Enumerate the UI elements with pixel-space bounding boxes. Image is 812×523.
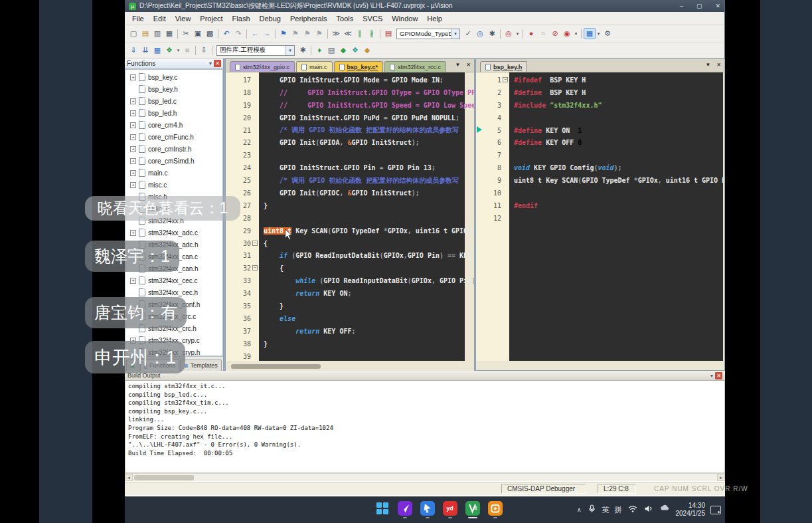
editor-tab-stm32f4xx-rcc-c[interactable]: stm32f4xx_rcc.c: [384, 61, 446, 72]
rebuild-all-button[interactable]: ▦: [151, 45, 163, 56]
restore-button[interactable]: ▢: [696, 3, 702, 9]
pack-installer-button[interactable]: ◆: [337, 45, 349, 56]
menu-help[interactable]: Help: [422, 13, 447, 24]
tree-item-core-cm4-h[interactable]: +core_cm4.h: [125, 119, 222, 131]
uncomment-selection-button[interactable]: ∦: [366, 28, 378, 39]
menu-view[interactable]: View: [171, 13, 196, 24]
menu-file[interactable]: File: [127, 13, 149, 24]
comment-selection-button[interactable]: ∥: [354, 28, 366, 39]
build-target-button[interactable]: ⇊: [139, 45, 151, 56]
tab-list-icon[interactable]: ▼: [705, 62, 710, 68]
find-in-files-button[interactable]: ◎: [474, 28, 486, 39]
panel-tab-templates[interactable]: ≣Templates: [180, 360, 222, 371]
batch-build-button[interactable]: ❖: [163, 45, 175, 56]
dropdown-arrow-icon[interactable]: ▾: [573, 31, 579, 37]
cut-button[interactable]: ✂: [180, 28, 192, 39]
build-output-hscrollbar[interactable]: ◄ ►: [125, 473, 725, 481]
expand-icon[interactable]: +: [130, 158, 136, 164]
taskbar-app-orange[interactable]: [487, 501, 503, 518]
navigate-back-button[interactable]: ←: [249, 28, 261, 39]
tree-item-bsp-key-c[interactable]: +bsp_key.c: [125, 71, 222, 83]
expand-icon[interactable]: +: [130, 230, 136, 236]
file-extensions-button[interactable]: ▤: [325, 45, 337, 56]
close-tab-icon[interactable]: ✕: [716, 62, 721, 68]
tree-item-bsp-led-c[interactable]: +bsp_led.c: [125, 95, 222, 107]
taskbar-app-blue[interactable]: [420, 501, 435, 518]
menu-window[interactable]: Window: [387, 13, 422, 24]
chevron-down-icon[interactable]: ▾: [451, 29, 459, 39]
build-output-log[interactable]: compiling stm32f4xx_it.c...compiling bsp…: [125, 381, 725, 473]
undo-button[interactable]: ↶: [220, 28, 232, 39]
breakpoint-disable-button[interactable]: ◉: [561, 28, 573, 39]
scroll-right-arrow-icon[interactable]: ►: [717, 474, 725, 481]
editor-tab-stm32f4xx-gpio-c[interactable]: stm32f4xx_gpio.c: [230, 61, 295, 72]
save-all-button[interactable]: ▦: [163, 28, 175, 39]
fold-icon[interactable]: −: [252, 241, 258, 246]
onedrive-icon[interactable]: [659, 504, 671, 516]
paste-button[interactable]: ▩: [204, 28, 216, 39]
close-panel-icon[interactable]: ✕: [214, 60, 221, 67]
breakpoint-kill-button[interactable]: ⊘: [549, 28, 561, 39]
configure-button[interactable]: ⚙: [602, 28, 613, 39]
expand-icon[interactable]: +: [130, 110, 136, 116]
indent-button[interactable]: ≫: [330, 28, 342, 39]
tree-item-core-cminstr-h[interactable]: +core_cmInstr.h: [125, 143, 222, 155]
pin-icon[interactable]: ▾: [209, 60, 212, 66]
menu-flash[interactable]: Flash: [228, 13, 255, 24]
tree-item-misc-c[interactable]: +misc.c: [125, 179, 222, 191]
pin-icon[interactable]: ▾: [710, 373, 713, 379]
editor-tab-bsp-key-h[interactable]: bsp_key.h: [480, 61, 527, 72]
debug-vio-button[interactable]: ❖: [349, 45, 361, 56]
books-button[interactable]: ◆: [361, 45, 373, 56]
menu-svcs[interactable]: SVCS: [358, 13, 387, 24]
combo-apply-button[interactable]: ✓: [462, 28, 474, 39]
manage-runtime-button[interactable]: ♦: [313, 45, 325, 56]
hscroll-thumb[interactable]: [134, 475, 194, 480]
browse-book-button[interactable]: ▤: [382, 28, 394, 39]
ime-mode-indicator[interactable]: 拼: [615, 505, 622, 515]
bookmark-clear-button[interactable]: ⚑: [313, 28, 325, 39]
tree-item-bsp-key-h[interactable]: bsp_key.h: [125, 83, 222, 95]
expand-icon[interactable]: +: [130, 278, 136, 284]
menu-debug[interactable]: Debug: [255, 13, 285, 24]
notification-center-icon[interactable]: [710, 506, 721, 514]
tree-item-core-cmsimd-h[interactable]: +core_cmSimd.h: [125, 155, 222, 167]
taskbar-app-youdao[interactable]: yd: [442, 501, 457, 518]
dropdown-arrow-icon[interactable]: ▾: [175, 48, 181, 53]
ime-language-indicator[interactable]: 英: [602, 505, 609, 515]
tab-list-icon[interactable]: ▼: [455, 62, 460, 68]
tree-item-stm32f4xx-cec-c[interactable]: +stm32f4xx_cec.c: [125, 274, 222, 286]
taskbar-app-purple[interactable]: [397, 501, 412, 518]
expand-icon[interactable]: +: [130, 74, 136, 80]
open-file-button[interactable]: ▤: [139, 28, 151, 39]
close-panel-icon[interactable]: ✕: [715, 372, 722, 379]
editor-tab-bsp-key-c[interactable]: bsp_key.c*: [334, 61, 383, 72]
expand-icon[interactable]: +: [130, 122, 136, 128]
scroll-left-arrow-icon[interactable]: ◄: [125, 474, 133, 481]
expand-icon[interactable]: +: [130, 170, 136, 176]
menu-tools[interactable]: Tools: [332, 13, 359, 24]
start-button[interactable]: [374, 501, 390, 518]
tree-item-main-c[interactable]: +main.c: [125, 167, 222, 179]
tree-item-stm32f4xx-adc-c[interactable]: +stm32f4xx_adc.c: [125, 227, 222, 239]
editor-tab-main-c[interactable]: main.c: [296, 61, 333, 72]
editor-left-body[interactable]: 17 GPIO_InitStruct.GPIO_Mode = GPIO_Mode…: [226, 72, 474, 361]
stop-build-button[interactable]: ■: [181, 45, 193, 56]
breakpoint-toggle-button[interactable]: ●: [525, 28, 537, 39]
tree-item-bsp-led-h[interactable]: +bsp_led.h: [125, 107, 222, 119]
minimize-button[interactable]: –: [680, 3, 683, 9]
editor-left-hscrollbar[interactable]: [226, 361, 474, 371]
save-button[interactable]: ▥: [151, 28, 163, 39]
outdent-button[interactable]: ≪: [342, 28, 354, 39]
search-button[interactable]: ◎: [503, 28, 515, 39]
copy-button[interactable]: ▣: [192, 28, 204, 39]
bookmark-toggle-button[interactable]: ⚑: [278, 28, 289, 39]
symbol-combo[interactable]: GPIOMode_TypeDef▾: [396, 29, 460, 39]
tray-chevron-icon[interactable]: ∧: [577, 506, 582, 513]
close-button[interactable]: ✕: [715, 3, 720, 9]
wifi-icon[interactable]: [627, 504, 638, 516]
reference-button[interactable]: ✱: [486, 28, 498, 39]
editor-right-body[interactable]: 1−#ifndef _BSP_KEY_H_2#define _BSP_KEY_H…: [476, 72, 724, 361]
target-options-button[interactable]: ✱: [297, 45, 309, 56]
expand-icon[interactable]: +: [130, 98, 136, 104]
